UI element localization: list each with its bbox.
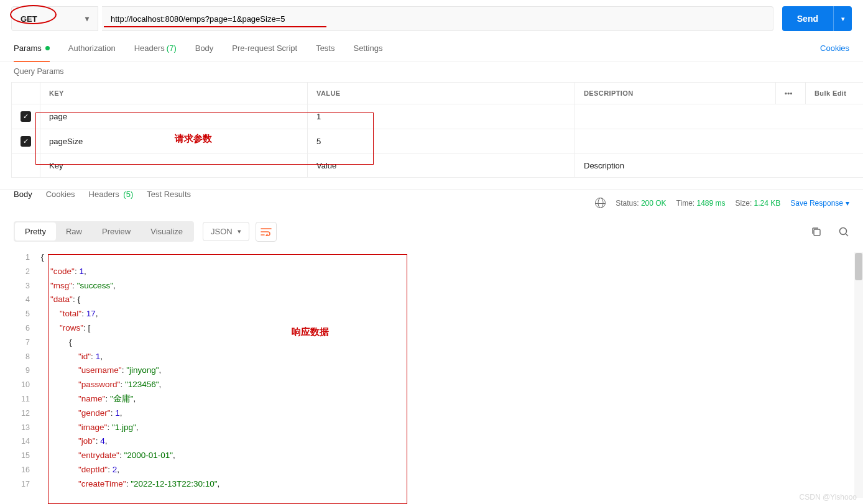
code-line: 9 "username": "jinyong", — [14, 364, 852, 378]
param-key[interactable]: page — [40, 104, 308, 129]
code-line: 14 "job": 4, — [14, 434, 852, 449]
save-response-button[interactable]: Save Response ▾ — [790, 199, 849, 208]
watermark: CSDN @Yishooo — [800, 493, 857, 495]
param-value[interactable]: 5 — [308, 129, 575, 154]
search-icon[interactable] — [838, 226, 849, 237]
resp-tab-headers[interactable]: Headers (5) — [89, 190, 134, 216]
response-tabs: BodyCookiesHeaders (5)Test Results — [14, 190, 191, 216]
send-dropdown[interactable]: ▾ — [833, 6, 852, 31]
chevron-down-icon: ▾ — [238, 227, 241, 236]
code-line: 7 { — [14, 336, 852, 350]
code-line: 16 "deptId": 2, — [14, 463, 852, 477]
param-desc-input[interactable]: Description — [575, 154, 864, 178]
status-info: Status: 200 OK — [616, 199, 666, 208]
view-segment: PrettyRawPreviewVisualize — [14, 221, 194, 242]
http-method-select[interactable]: GET ▾ — [11, 6, 98, 31]
view-raw[interactable]: Raw — [56, 222, 92, 241]
globe-icon[interactable] — [595, 198, 606, 208]
bulk-edit-button[interactable]: Bulk Edit — [806, 83, 864, 104]
param-key-input[interactable]: Key — [40, 154, 308, 178]
time-info: Time: 1489 ms — [676, 199, 726, 208]
code-line: 4 "data": { — [14, 293, 852, 307]
code-line: 12 "gender": 1, — [14, 406, 852, 421]
format-select[interactable]: JSON ▾ — [203, 222, 249, 241]
svg-point-1 — [840, 227, 847, 234]
code-line: 8 "id": 1, — [14, 350, 852, 364]
response-bar: BodyCookiesHeaders (5)Test Results Statu… — [0, 189, 863, 216]
param-desc[interactable] — [575, 104, 864, 129]
tab-tests[interactable]: Tests — [316, 35, 335, 62]
code-line: 3 "msg": "success", — [14, 279, 852, 293]
more-icon[interactable]: ••• — [776, 83, 806, 104]
tab-authorization[interactable]: Authorization — [68, 35, 116, 62]
resp-tab-body[interactable]: Body — [14, 190, 32, 216]
param-row-new: Key Value Description — [12, 154, 864, 178]
code-line: 2 "code": 1, — [14, 265, 852, 279]
param-key[interactable]: pageSize — [40, 129, 308, 154]
query-params-label: Query Params — [0, 62, 863, 82]
param-value-input[interactable]: Value — [308, 154, 575, 178]
view-bar: PrettyRawPreviewVisualize JSON ▾ — [0, 216, 863, 247]
tab-settings[interactable]: Settings — [353, 35, 382, 62]
param-value[interactable]: 1 — [308, 104, 575, 129]
code-line: 17 "createTime": "2022-12-13T22:30:10", — [14, 477, 852, 492]
cookies-link[interactable]: Cookies — [820, 44, 849, 53]
code-line: 6 "rows": [ — [14, 321, 852, 336]
scrollbar-track[interactable] — [854, 252, 863, 495]
request-tabs: ParamsAuthorizationHeaders (7)BodyPre-re… — [0, 35, 863, 62]
view-pretty[interactable]: Pretty — [15, 222, 56, 241]
resp-tab-test-results[interactable]: Test Results — [147, 190, 191, 216]
http-method-value: GET — [21, 14, 37, 24]
param-row: ✓ page 1 — [12, 104, 864, 129]
tab-pre-request-script[interactable]: Pre-request Script — [232, 35, 297, 62]
scrollbar-thumb[interactable] — [855, 253, 862, 280]
resp-tab-cookies[interactable]: Cookies — [46, 190, 75, 216]
copy-icon[interactable] — [811, 226, 822, 237]
view-preview[interactable]: Preview — [92, 222, 141, 241]
tab-body[interactable]: Body — [195, 35, 214, 62]
tab-params[interactable]: Params — [14, 35, 50, 62]
code-line: 10 "password": "123456", — [14, 378, 852, 392]
send-button[interactable]: Send — [782, 6, 833, 31]
params-table: KEY VALUE DESCRIPTION ••• Bulk Edit ✓ pa… — [11, 82, 863, 178]
tab-headers[interactable]: Headers (7) — [134, 35, 177, 62]
svg-rect-0 — [814, 229, 820, 236]
response-body[interactable]: 1{2 "code": 1,3 "msg": "success",4 "data… — [14, 250, 852, 492]
code-line: 1{ — [14, 250, 852, 265]
code-line: 11 "name": "金庸", — [14, 392, 852, 406]
param-desc[interactable] — [575, 129, 864, 154]
url-input[interactable] — [102, 6, 773, 31]
checkbox[interactable]: ✓ — [21, 136, 31, 147]
chevron-down-icon: ▾ — [846, 199, 849, 208]
view-visualize[interactable]: Visualize — [141, 222, 193, 241]
wrap-lines-button[interactable] — [256, 222, 277, 242]
size-info: Size: 1.24 KB — [736, 199, 781, 208]
code-line: 13 "image": "1.jpg", — [14, 421, 852, 435]
checkbox[interactable]: ✓ — [21, 111, 31, 122]
chevron-down-icon: ▾ — [85, 14, 89, 23]
code-line: 15 "entrydate": "2000-01-01", — [14, 449, 852, 463]
param-row: ✓ pageSize 5 — [12, 129, 864, 154]
code-line: 5 "total": 17, — [14, 307, 852, 321]
